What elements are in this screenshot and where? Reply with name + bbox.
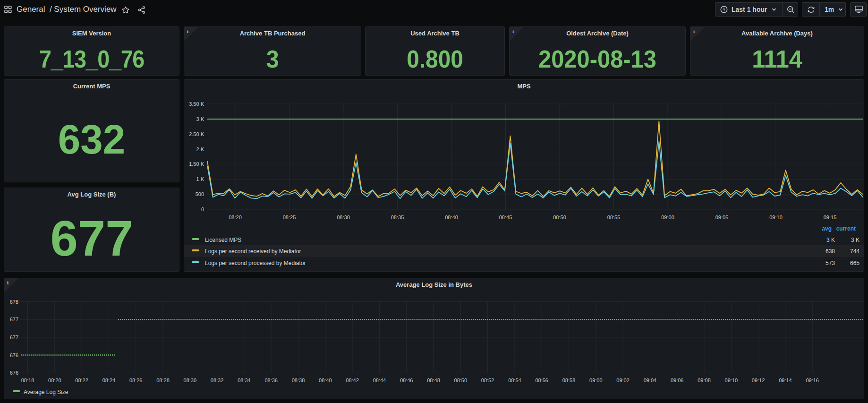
- svg-text:09:14: 09:14: [779, 377, 792, 383]
- svg-text:09:04: 09:04: [644, 377, 657, 383]
- svg-text:638: 638: [825, 248, 835, 255]
- svg-text:09:06: 09:06: [671, 377, 684, 383]
- svg-text:08:35: 08:35: [391, 214, 404, 220]
- svg-text:08:56: 08:56: [535, 377, 548, 383]
- svg-text:08:55: 08:55: [607, 214, 621, 220]
- svg-text:09:16: 09:16: [806, 377, 819, 383]
- svg-text:08:44: 08:44: [373, 377, 386, 383]
- svg-text:08:48: 08:48: [427, 377, 440, 383]
- svg-text:08:30: 08:30: [337, 214, 350, 220]
- svg-text:1.50 K: 1.50 K: [189, 161, 204, 167]
- svg-text:1 K: 1 K: [196, 176, 204, 182]
- svg-text:09:15: 09:15: [824, 214, 837, 220]
- svg-text:current: current: [836, 225, 856, 232]
- svg-text:09:05: 09:05: [715, 214, 729, 220]
- svg-text:2 K: 2 K: [196, 146, 204, 152]
- svg-text:09:00: 09:00: [589, 377, 603, 383]
- svg-text:Average Log Size: Average Log Size: [24, 389, 68, 395]
- svg-text:08:50: 08:50: [454, 377, 468, 383]
- svg-text:09:12: 09:12: [752, 377, 765, 383]
- svg-text:744: 744: [850, 248, 859, 255]
- svg-text:677: 677: [10, 334, 18, 340]
- svg-text:09:10: 09:10: [769, 214, 783, 220]
- svg-text:08:46: 08:46: [400, 377, 413, 383]
- svg-text:avg: avg: [822, 225, 832, 232]
- svg-text:09:10: 09:10: [725, 377, 738, 383]
- svg-text:09:00: 09:00: [661, 214, 674, 220]
- svg-text:09:08: 09:08: [698, 377, 711, 383]
- svg-text:08:36: 08:36: [264, 377, 278, 383]
- svg-text:08:40: 08:40: [319, 377, 332, 383]
- svg-text:676: 676: [10, 370, 18, 376]
- svg-text:08:20: 08:20: [229, 214, 242, 220]
- svg-text:08:38: 08:38: [292, 377, 305, 383]
- svg-text:08:52: 08:52: [481, 377, 494, 383]
- svg-text:08:26: 08:26: [129, 377, 143, 383]
- svg-text:Licensed MPS: Licensed MPS: [205, 237, 241, 243]
- svg-text:573: 573: [825, 260, 835, 266]
- svg-text:677: 677: [10, 317, 18, 322]
- svg-text:Logs per second processed by M: Logs per second processed by Mediator: [205, 260, 306, 266]
- svg-text:08:45: 08:45: [499, 214, 512, 220]
- svg-text:2.50 K: 2.50 K: [189, 131, 204, 137]
- svg-text:08:22: 08:22: [75, 377, 88, 383]
- svg-text:08:20: 08:20: [48, 377, 61, 383]
- svg-text:0: 0: [201, 206, 204, 212]
- svg-text:678: 678: [10, 299, 18, 305]
- svg-text:08:54: 08:54: [508, 377, 521, 383]
- svg-text:08:28: 08:28: [156, 377, 170, 383]
- svg-text:665: 665: [850, 260, 859, 266]
- svg-text:3 K: 3 K: [851, 237, 859, 243]
- svg-text:500: 500: [196, 191, 204, 197]
- svg-text:08:30: 08:30: [184, 377, 197, 383]
- svg-text:09:02: 09:02: [616, 377, 630, 383]
- svg-text:3.50 K: 3.50 K: [189, 101, 204, 107]
- svg-text:Logs per second received by Me: Logs per second received by Mediator: [205, 248, 301, 255]
- svg-text:3 K: 3 K: [826, 237, 835, 243]
- svg-text:08:32: 08:32: [211, 377, 224, 383]
- svg-text:08:50: 08:50: [553, 214, 566, 220]
- svg-text:3 K: 3 K: [196, 116, 204, 122]
- svg-text:08:18: 08:18: [21, 377, 34, 383]
- svg-text:08:58: 08:58: [562, 377, 576, 383]
- svg-text:676: 676: [10, 352, 18, 358]
- svg-text:08:24: 08:24: [102, 377, 116, 383]
- svg-text:08:40: 08:40: [445, 214, 458, 220]
- svg-text:08:42: 08:42: [346, 377, 359, 383]
- svg-text:08:34: 08:34: [238, 377, 251, 383]
- svg-text:08:25: 08:25: [283, 214, 296, 220]
